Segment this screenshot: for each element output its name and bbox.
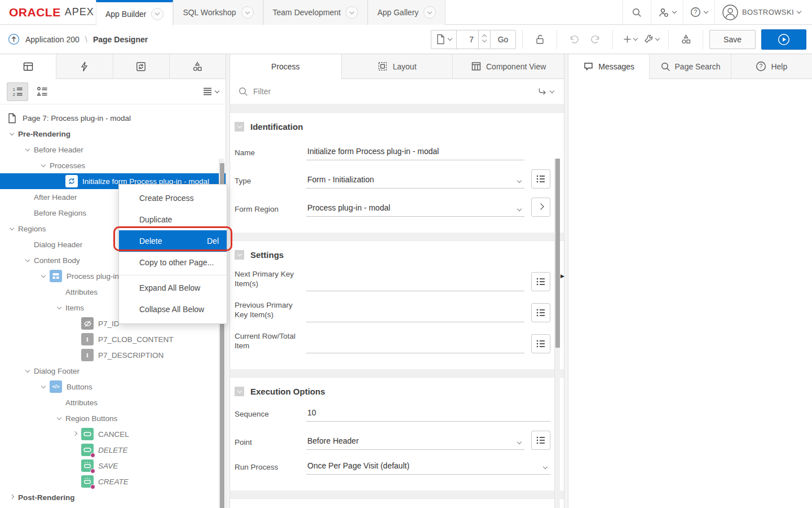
field-value: 10 [307,408,316,417]
tree-item-processes[interactable]: Processes [0,157,226,173]
tree-item-before-header[interactable]: Before Header [0,142,226,157]
tree-item-buttons[interactable]: </>Buttons [0,379,226,395]
tree-item-save[interactable]: SAVE [0,458,226,474]
tree-collapse-icon[interactable] [21,149,34,151]
undo-icon [568,34,580,45]
shared-components-button[interactable] [675,30,696,49]
field-select[interactable]: Process plug-in - modal [306,201,524,217]
tree-item-dialog-footer[interactable]: Dialog Footer [0,363,226,379]
tree-item-pre-rendering[interactable]: Pre-Rendering [0,126,226,142]
tree-collapse-icon[interactable] [53,307,65,309]
center-tab-process[interactable]: Process [230,54,342,79]
tab-menu-badge[interactable] [151,8,164,20]
tab-label: Component View [486,62,546,71]
field-input[interactable] [306,306,524,322]
administration-menu-button[interactable] [651,0,683,24]
section-success-message: Success MessageSuccess Message [230,499,564,508]
tree-item-region-buttons[interactable]: Region Buttons [0,410,226,426]
tree-item-page-7-process-plug-in-modal[interactable]: Page 7: Process plug-in - modal [0,110,226,126]
right-tab-page-search[interactable]: Page Search [650,54,731,78]
splitter-collapse-handle[interactable]: ▶ [561,273,564,279]
page-number-input[interactable]: 7 [456,30,479,49]
tree-item-p7-clob-content[interactable]: IP7_CLOB_CONTENT [0,331,226,347]
save-button[interactable]: Save [709,30,756,49]
list-of-values-button[interactable] [531,169,550,189]
tree-collapse-icon[interactable] [37,386,50,388]
list-of-values-button[interactable] [531,272,550,291]
right-tab-messages[interactable]: Messages [568,54,650,79]
field-select[interactable]: Once Per Page Visit (default) [306,459,550,475]
tree-collapse-icon[interactable] [21,260,34,261]
run-page-button[interactable] [761,29,806,50]
tree-collapse-icon[interactable] [37,165,50,167]
tree-view-type-button[interactable] [32,82,53,101]
field-input[interactable] [306,275,524,291]
tree-item-post-rendering[interactable]: Post-Rendering [0,489,226,505]
field-select[interactable]: Before Header [306,434,524,450]
tree-collapse-icon[interactable] [6,228,18,230]
tab-menu-badge[interactable] [423,6,436,19]
field-input[interactable]: 10 [306,406,550,422]
utilities-menu-button[interactable] [641,30,662,49]
tree-collapse-icon[interactable] [37,275,50,277]
create-menu-button[interactable] [619,30,641,49]
property-scrollbar[interactable] [554,159,560,508]
page-number-stepper[interactable] [478,30,491,49]
menu-item-duplicate[interactable]: Duplicate [119,209,227,230]
redo-button[interactable] [585,30,606,49]
global-search-button[interactable] [623,0,651,24]
tree-item-cancel[interactable]: CANCEL [0,426,226,442]
undo-button[interactable] [563,30,585,49]
menu-item-create-process[interactable]: Create Process [119,187,227,209]
field-select[interactable]: Form - Initialization [306,173,524,189]
list-of-values-button[interactable] [531,334,550,353]
property-scrollbar-thumb[interactable] [555,159,560,348]
section-collapse-icon[interactable] [235,122,244,132]
right-tab-help[interactable]: ?Help [731,54,812,78]
menu-item-collapse-all-below[interactable]: Collapse All Below [119,299,227,320]
tree-view-order-button[interactable]: 12 [7,82,28,101]
nav-tab-app-gallery[interactable]: App Gallery [368,0,445,25]
tree-item-delete[interactable]: DELETE [0,442,226,458]
tab-menu-badge[interactable] [241,6,254,19]
nav-tab-app-builder[interactable]: App Builder [96,0,173,25]
tree-collapse-icon[interactable] [53,418,65,419]
tree-expand-icon[interactable] [69,433,81,435]
menu-item-copy-to-other-page[interactable]: Copy to other Page... [119,252,227,273]
section-collapse-icon[interactable] [235,250,244,260]
left-tab-processing-icon[interactable] [113,54,170,78]
menu-item-expand-all-below[interactable]: Expand All Below [119,277,227,299]
breadcrumb-application[interactable]: Application 200 [25,35,80,44]
tree-menu-button[interactable] [202,87,219,96]
nav-tab-team-development[interactable]: Team Development [263,0,368,25]
tree-item-attributes[interactable]: Attributes [0,395,226,410]
tree-collapse-icon[interactable] [6,133,18,135]
left-tab-rendering-grid-icon[interactable] [0,54,56,79]
left-tab-page-shared-components-icon[interactable] [170,54,226,78]
center-tab-component-view[interactable]: Component View [453,54,564,78]
section-collapse-icon[interactable] [235,387,244,396]
property-filter-input[interactable] [253,87,532,96]
go-to-page-button[interactable]: Go [490,30,516,49]
tree-item-create[interactable]: CREATE [0,474,226,489]
menu-item-delete[interactable]: DeleteDel [119,230,227,252]
go-to-group-button[interactable] [537,87,556,96]
user-account-menu[interactable]: BOSTROWSKI [714,0,812,24]
left-tab-dynamic-actions-icon[interactable] [56,54,113,78]
help-menu-button[interactable]: ? [683,0,714,24]
up-to-application-icon[interactable] [8,33,20,45]
field-input[interactable] [306,338,524,353]
tree-item-p7-description[interactable]: IP7_DESCRIPTION [0,347,226,363]
page-picker-button[interactable] [431,30,457,49]
list-of-values-button[interactable] [531,431,550,450]
tab-menu-badge[interactable] [346,6,358,19]
field-input[interactable]: Initialize form Process plug-in - modal [306,144,524,160]
center-tab-layout[interactable]: Layout [342,54,453,78]
list-of-values-button[interactable] [531,303,550,322]
right-splitter[interactable]: ▶ [564,54,568,508]
nav-tab-sql-workshop[interactable]: SQL Workshop [173,0,263,25]
page-lock-button[interactable] [529,30,550,49]
tree-collapse-icon[interactable] [21,370,34,372]
tree-expand-icon[interactable] [6,497,18,498]
go-to-component-button[interactable] [531,198,550,217]
